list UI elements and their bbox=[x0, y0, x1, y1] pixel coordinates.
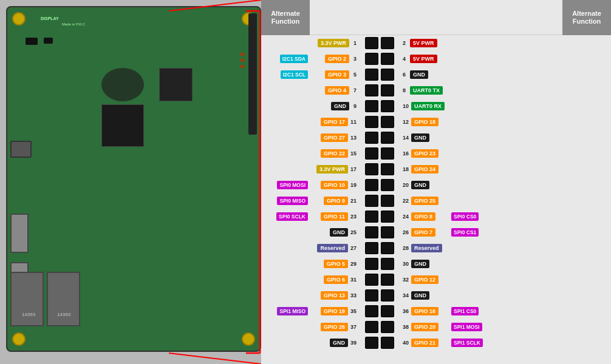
gpio-right-label: GPIO 20 bbox=[411, 323, 439, 331]
gpio-section: AlternateFunction AlternateFunction I2C1… bbox=[261, 0, 611, 364]
alt-left-cell bbox=[261, 146, 310, 161]
gpio-right-cell: 45V PWR bbox=[398, 51, 449, 67]
pin-connector-right bbox=[381, 289, 394, 302]
pin-connector-left bbox=[365, 305, 378, 317]
gpio-left-cell: GPIO 2215 bbox=[310, 146, 361, 161]
alt-left-cell: SPI0 SCLK bbox=[261, 209, 310, 224]
alt-left-cell bbox=[261, 83, 310, 98]
gpio-left-cell: Reserved27 bbox=[310, 240, 361, 256]
alt-left-label: SPI0 MOSI bbox=[277, 181, 308, 189]
gpio-left-label: GPIO 13 bbox=[321, 291, 348, 300]
alt-right-cell bbox=[449, 288, 498, 303]
alt-right-cell bbox=[449, 256, 498, 272]
gpio-left-label: GPIO 17 bbox=[321, 118, 348, 126]
pin-connector-right bbox=[381, 100, 394, 112]
pin-connector-left bbox=[365, 69, 378, 81]
gpio-left-label: 3.3V PWR bbox=[316, 165, 348, 174]
pin-number-right: 32 bbox=[400, 275, 411, 284]
pin-connector-right bbox=[381, 321, 394, 333]
gpio-right-cell: 12GPIO 18 bbox=[398, 114, 449, 130]
alt-right-cell: SPI1 CS0 bbox=[449, 303, 498, 319]
connector-pair bbox=[364, 240, 395, 256]
pin-connector-right bbox=[381, 258, 394, 270]
pin-number-right: 30 bbox=[400, 260, 411, 268]
gpio-right-cell: 16GPIO 23 bbox=[398, 146, 449, 161]
pin-connector-right bbox=[381, 116, 394, 128]
pin-connector-left bbox=[365, 116, 378, 128]
alt-left-cell: I2C1 SCL bbox=[261, 67, 310, 83]
gpio-left-col: 3.3V PWR1GPIO 23GPIO 35GPIO 47GND9GPIO 1… bbox=[310, 35, 361, 364]
connector-pair bbox=[364, 224, 395, 240]
alt-left-cell bbox=[261, 98, 310, 114]
gpio-right-cell: 38GPIO 20 bbox=[398, 319, 449, 335]
pin-connector-left bbox=[365, 179, 378, 191]
connector-pair bbox=[364, 51, 395, 67]
gpio-right-cell: 26GPIO 7 bbox=[398, 224, 449, 240]
pin-connector-right bbox=[381, 37, 394, 49]
pin-number-left: 1 bbox=[349, 39, 359, 47]
pin-number-right: 10 bbox=[400, 102, 411, 110]
pin-connector-right bbox=[381, 163, 394, 175]
alt-right-cell bbox=[449, 130, 498, 146]
alt-right-cell bbox=[449, 272, 498, 288]
gpio-right-label: GPIO 7 bbox=[411, 228, 435, 237]
gpio-right-cell: 25V PWR bbox=[398, 35, 449, 51]
gpio-left-label: GPIO 5 bbox=[324, 260, 348, 268]
alt-right-label: SPI1 MOSI bbox=[451, 323, 482, 331]
gpio-right-cell: 32GPIO 12 bbox=[398, 272, 449, 288]
pin-connector-left bbox=[365, 211, 378, 223]
connector-pair bbox=[364, 146, 395, 161]
alt-left-label: SPI1 MISO bbox=[277, 307, 308, 315]
pin-number-right: 28 bbox=[400, 244, 411, 252]
gpio-right-label: GND bbox=[411, 181, 429, 189]
pin-connector-left bbox=[365, 163, 378, 175]
gpio-left-cell: GPIO 1019 bbox=[310, 177, 361, 193]
pin-number-left: 39 bbox=[348, 339, 359, 347]
alt-right-label: SPI1 CS0 bbox=[451, 307, 479, 315]
gpio-left-cell: GPIO 1333 bbox=[310, 288, 361, 303]
gpio-right-label: GND bbox=[411, 260, 429, 268]
pin-connector-right bbox=[381, 132, 394, 144]
gpio-right-cell: 6GND bbox=[398, 67, 449, 83]
pin-number-left: 17 bbox=[348, 165, 359, 174]
pin-connector-left bbox=[365, 132, 378, 144]
gpio-left-cell: GND25 bbox=[310, 224, 361, 240]
pin-number-right: 22 bbox=[400, 197, 411, 205]
header-alt-right: AlternateFunction bbox=[562, 0, 611, 35]
alt-left-cell bbox=[261, 130, 310, 146]
gpio-right-cell: 30GND bbox=[398, 256, 449, 272]
pin-connector-right bbox=[381, 226, 394, 238]
connector-pair bbox=[364, 288, 395, 303]
gpio-right-label: GPIO 25 bbox=[411, 197, 439, 205]
gpio-left-cell: GPIO 921 bbox=[310, 193, 361, 209]
gpio-right-label: GND bbox=[410, 70, 428, 79]
connector-pair bbox=[364, 35, 395, 51]
pin-connector-right bbox=[381, 53, 394, 65]
connector-pair bbox=[364, 209, 395, 224]
pin-number-left: 27 bbox=[348, 244, 359, 252]
gpio-left-cell: GND9 bbox=[310, 98, 361, 114]
alt-left-cell: SPI0 MOSI bbox=[261, 177, 310, 193]
alt-right-label: SPI1 SCLK bbox=[451, 339, 483, 347]
alt-right-col: SPI0 CS0SPI0 CS1SPI1 CS0SPI1 MOSISPI1 SC… bbox=[449, 35, 498, 364]
alt-left-cell bbox=[261, 114, 310, 130]
gpio-center-col bbox=[361, 35, 398, 364]
gpio-left-cell: GPIO 529 bbox=[310, 256, 361, 272]
gpio-header: AlternateFunction AlternateFunction bbox=[261, 0, 611, 35]
gpio-left-label: GPIO 22 bbox=[321, 149, 348, 158]
alt-right-cell bbox=[449, 193, 498, 209]
gpio-left-label: GPIO 9 bbox=[324, 197, 348, 205]
pin-number-left: 7 bbox=[349, 86, 359, 95]
gpio-left-label: GPIO 26 bbox=[321, 323, 348, 331]
pin-number-right: 14 bbox=[400, 133, 411, 142]
connector-pair bbox=[364, 67, 395, 83]
pin-connector-left bbox=[365, 195, 378, 207]
gpio-right-cell: 36GPIO 16 bbox=[398, 303, 449, 319]
pin-connector-left bbox=[365, 100, 378, 112]
pin-number-left: 15 bbox=[348, 149, 359, 158]
pin-connector-right bbox=[381, 69, 394, 81]
pin-connector-left bbox=[365, 84, 378, 96]
pin-connector-right bbox=[381, 242, 394, 254]
alt-left-cell: SPI1 MISO bbox=[261, 303, 310, 319]
alt-right-cell bbox=[449, 177, 498, 193]
